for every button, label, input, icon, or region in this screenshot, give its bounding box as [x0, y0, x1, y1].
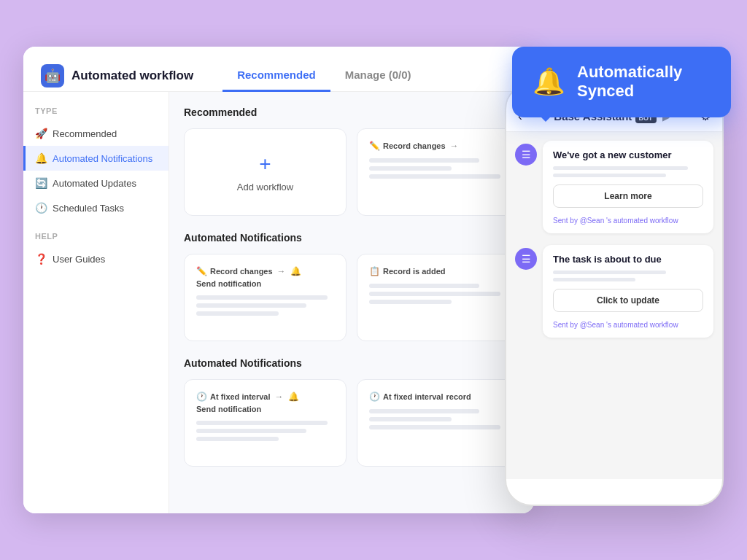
edit-icon-1: ✏️ [369, 141, 380, 151]
msg-line-1 [553, 166, 688, 170]
sidebar-label-notifications: Automated Notifications [53, 153, 152, 164]
bell-icon: 🔔 [35, 152, 47, 164]
card-trigger-1: ✏️ Record changes → [369, 141, 507, 151]
card-lines-4 [196, 421, 334, 441]
message-avatar-1: ☰ [515, 144, 537, 166]
cards-row-notifications-1: ✏️ Record changes → 🔔 Send notification [184, 254, 519, 341]
msg-line-2 [553, 174, 666, 177]
card-lines-5 [369, 409, 507, 429]
add-workflow-label: Add workflow [237, 182, 293, 192]
message-block-1: ☰ We've got a new customer Learn more Se… [515, 141, 713, 233]
action-label-5: record [446, 392, 471, 401]
app-title-area: 🤖 Automated workflow [41, 64, 193, 88]
section-title-recommended: Recommended [184, 106, 519, 118]
sidebar-label-guides: User Guides [53, 254, 105, 265]
app-title: Automated workflow [71, 69, 193, 83]
arrow-2: → [277, 266, 286, 276]
msg-line-3 [553, 271, 666, 274]
action-label-2: Send notification [196, 279, 261, 288]
section-title-notifications-1: Automated Notifications [184, 232, 519, 244]
card-trigger-4: 🕐 At fixed interval → 🔔 Send notificatio… [196, 392, 334, 413]
sidebar-item-recommended[interactable]: 🚀 Recommended [23, 121, 169, 146]
sent-by-1: Sent by @Sean 's automated workflow [553, 217, 703, 225]
record-added-notification-card[interactable]: 📋 Record is added [357, 254, 519, 341]
trigger-label-5: At fixed interval [383, 392, 444, 401]
message-avatar-2: ☰ [515, 248, 537, 270]
clock-icon: 🕐 [35, 202, 47, 214]
bell-icon-3: 🔔 [288, 392, 299, 402]
sidebar-item-user-guides[interactable]: ❓ User Guides [23, 246, 169, 271]
line-3 [369, 174, 500, 179]
tab-recommended[interactable]: Recommended [222, 60, 330, 92]
line-15 [369, 425, 500, 429]
line-7 [369, 284, 479, 288]
sidebar-label-updates: Automated Updates [53, 178, 136, 189]
sidebar-item-scheduled-tasks[interactable]: 🕐 Scheduled Tasks [23, 195, 169, 220]
trigger-label-1: Record changes [383, 141, 446, 150]
callout-text: Automatically Synced [577, 63, 711, 101]
learn-more-button[interactable]: Learn more [553, 184, 703, 208]
section-title-notifications-2: Automated Notifications [184, 357, 519, 369]
refresh-icon: 🔄 [35, 177, 47, 189]
sidebar-type-label: Type [23, 106, 169, 121]
cards-row-notifications-2: 🕐 At fixed interval → 🔔 Send notificatio… [184, 379, 519, 467]
sidebar-label-tasks: Scheduled Tasks [53, 203, 124, 214]
add-workflow-card[interactable]: + Add workflow [184, 128, 347, 216]
tab-manage[interactable]: Manage (0/0) [330, 60, 426, 92]
add-record-icon: 📋 [369, 266, 380, 276]
cards-row-recommended: + Add workflow ✏️ Record changes → [184, 128, 519, 216]
msg-line-4 [553, 278, 635, 281]
clock-icon-3: 🕐 [369, 392, 380, 402]
fixed-interval-send-card[interactable]: 🕐 At fixed interval → 🔔 Send notificatio… [184, 379, 347, 467]
sidebar-item-automated-updates[interactable]: 🔄 Automated Updates [23, 171, 169, 195]
line-6 [196, 311, 279, 316]
line-8 [369, 292, 500, 296]
edit-icon-2: ✏️ [196, 266, 207, 276]
record-changes-notification-card[interactable]: ✏️ Record changes → [357, 128, 519, 216]
line-14 [369, 417, 452, 421]
line-1 [369, 158, 479, 163]
action-label-4: Send notification [196, 405, 261, 413]
help-icon: ❓ [35, 253, 47, 265]
line-13 [369, 409, 479, 413]
sidebar: Type 🚀 Recommended 🔔 Automated Notificat… [23, 92, 169, 513]
click-to-update-button[interactable]: Click to update [553, 289, 703, 312]
message-card-2: The task is about to due Click to update… [543, 245, 713, 338]
scene: 🤖 Automated workflow Recommended Manage … [23, 25, 724, 535]
callout-bell-icon: 🔔 [533, 66, 565, 97]
main-content: Recommended + Add workflow ✏️ Record cha… [169, 92, 534, 513]
card-lines-2 [196, 295, 334, 316]
record-changes-send-notification-card[interactable]: ✏️ Record changes → 🔔 Send notification [184, 254, 347, 341]
sidebar-label-recommended: Recommended [53, 128, 117, 139]
arrow-1: → [450, 141, 459, 151]
callout-tooltip: 🔔 Automatically Synced [512, 47, 731, 117]
trigger-label-2: Record changes [210, 267, 273, 276]
bell-icon-2: 🔔 [290, 266, 301, 276]
card-trigger-5: 🕐 At fixed interval record [369, 392, 507, 402]
phone-messages: ☰ We've got a new customer Learn more Se… [506, 132, 722, 479]
app-body: Type 🚀 Recommended 🔔 Automated Notificat… [23, 92, 534, 513]
sidebar-item-automated-notifications[interactable]: 🔔 Automated Notifications [23, 146, 169, 171]
message-card-1: We've got a new customer Learn more Sent… [543, 141, 713, 233]
message-lines-1 [553, 166, 703, 177]
fixed-interval-record-card[interactable]: 🕐 At fixed interval record [357, 379, 519, 467]
sidebar-help-label: Help [23, 232, 169, 246]
plus-icon: + [259, 152, 271, 176]
card-trigger-2: ✏️ Record changes → 🔔 Send notification [196, 266, 334, 288]
robot-icon: 🤖 [41, 64, 64, 88]
card-lines-3 [369, 284, 507, 304]
trigger-label-4: At fixed interval [210, 392, 271, 401]
line-10 [196, 421, 328, 425]
recommended-icon: 🚀 [35, 128, 47, 139]
app-header: 🤖 Automated workflow Recommended Manage … [23, 47, 534, 92]
line-12 [196, 437, 279, 441]
header-tabs: Recommended Manage (0/0) [222, 60, 425, 91]
line-11 [196, 429, 306, 433]
line-9 [369, 300, 452, 304]
clock-icon-2: 🕐 [196, 392, 207, 402]
phone-mockup: 9:41 ▪▪▪ 📶 🔋 ‹ Base Assistant BOT ▶ ⚙ ☰ [505, 83, 724, 506]
line-4 [196, 295, 328, 300]
trigger-label-3: Record is added [383, 267, 446, 276]
message-title-2: The task is about to due [553, 254, 703, 265]
sent-by-2: Sent by @Sean 's automated workflow [553, 321, 703, 329]
